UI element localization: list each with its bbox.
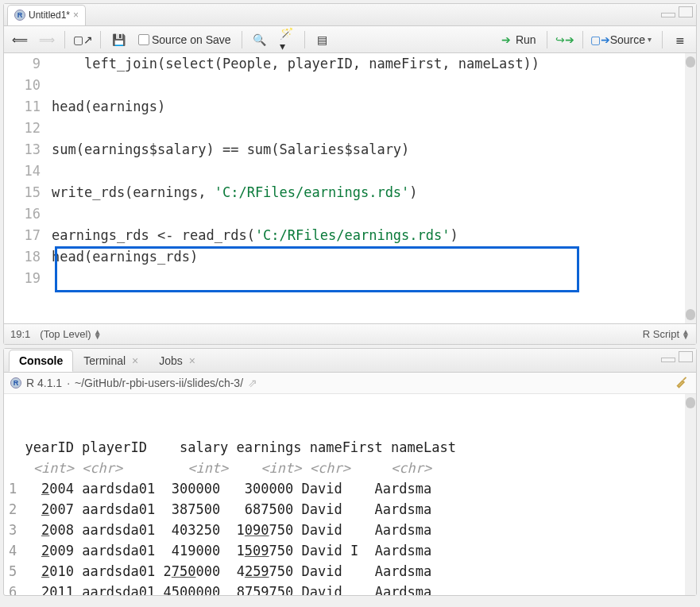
console-table-row: 5 2010 aardsda01 2750000 4259750 David A… bbox=[9, 561, 691, 582]
line-number: 9 bbox=[4, 53, 48, 75]
line-number: 14 bbox=[4, 160, 48, 182]
line-number: 15 bbox=[4, 182, 48, 203]
close-icon[interactable]: × bbox=[189, 354, 195, 367]
editor-tab-title: Untitled1* bbox=[29, 10, 70, 21]
forward-button[interactable]: ⟹ bbox=[36, 31, 58, 48]
updown-icon: ▲▼ bbox=[682, 330, 690, 339]
toolbar-separator bbox=[582, 31, 583, 48]
code-line[interactable] bbox=[48, 203, 696, 225]
line-number: 18 bbox=[4, 246, 48, 268]
maximize-pane-button[interactable] bbox=[679, 351, 693, 362]
toolbar-separator bbox=[100, 31, 101, 48]
console-output[interactable]: yearID playerID salary earnings nameFirs… bbox=[4, 394, 696, 595]
checkbox-icon bbox=[138, 34, 149, 45]
toolbar-separator bbox=[662, 31, 663, 48]
console-table-row: 6 2011 aardsda01 4500000 8759750 David A… bbox=[9, 582, 691, 595]
tab-jobs[interactable]: Jobs × bbox=[149, 350, 206, 372]
editor-vertical-scrollbar[interactable] bbox=[685, 53, 696, 323]
close-icon[interactable]: × bbox=[73, 10, 79, 21]
run-icon: ➔ bbox=[499, 33, 513, 47]
cursor-position: 19:1 bbox=[10, 328, 30, 340]
code-editor[interactable]: 9 left_join(select(People, playerID, nam… bbox=[4, 53, 696, 323]
code-line[interactable]: sum(earnings$salary) == sum(Salaries$sal… bbox=[48, 139, 696, 160]
console-table-row: 1 2004 aardsda01 300000 300000 David Aar… bbox=[9, 478, 691, 499]
maximize-pane-button[interactable] bbox=[679, 6, 693, 17]
code-line[interactable] bbox=[48, 268, 696, 289]
editor-statusbar: 19:1 (Top Level) ▲▼ R Script ▲▼ bbox=[4, 323, 696, 344]
editor-tabbar: R Untitled1* × bbox=[4, 4, 696, 26]
toolbar-separator bbox=[304, 31, 305, 48]
console-table-row: 2 2007 aardsda01 387500 687500 David Aar… bbox=[9, 499, 691, 520]
language-selector[interactable]: R Script ▲▼ bbox=[643, 328, 690, 340]
tab-terminal[interactable]: Terminal × bbox=[73, 350, 149, 372]
minimize-pane-button[interactable] bbox=[661, 13, 675, 17]
line-number: 12 bbox=[4, 118, 48, 139]
r-version-label: R 4.1.1 bbox=[26, 377, 62, 389]
tab-jobs-label: Jobs bbox=[159, 354, 183, 367]
r-logo-icon: R bbox=[10, 377, 21, 389]
source-icon: ▢➔ bbox=[594, 33, 608, 47]
code-line[interactable]: head(earnings_rds) bbox=[48, 246, 696, 268]
code-line[interactable]: left_join(select(People, playerID, nameF… bbox=[48, 53, 696, 75]
back-button[interactable]: ⟸ bbox=[9, 31, 31, 48]
editor-tab-untitled1[interactable]: R Untitled1* × bbox=[7, 5, 86, 25]
tab-terminal-label: Terminal bbox=[83, 354, 126, 367]
console-vertical-scrollbar[interactable] bbox=[685, 394, 696, 595]
editor-pane: R Untitled1* × ⟸ ⟹ ▢↗ 💾 Source on Save 🔍… bbox=[3, 3, 697, 345]
find-button[interactable]: 🔍 bbox=[249, 31, 271, 48]
line-number: 10 bbox=[4, 75, 48, 96]
open-folder-icon[interactable]: ⇗ bbox=[248, 377, 257, 389]
line-number: 19 bbox=[4, 268, 48, 289]
editor-toolbar: ⟸ ⟹ ▢↗ 💾 Source on Save 🔍 🪄▾ ▤ ➔ Run ↪➔ … bbox=[4, 26, 696, 53]
code-line[interactable] bbox=[48, 118, 696, 139]
run-button[interactable]: ➔ Run bbox=[495, 31, 540, 48]
console-tabbar: Console Terminal × Jobs × bbox=[4, 349, 696, 373]
toolbar-separator bbox=[242, 31, 242, 48]
run-label: Run bbox=[516, 33, 536, 46]
working-directory: ~/GitHub/r-pbi-users-ii/slides/ch-3/ bbox=[75, 377, 243, 389]
wand-button[interactable]: 🪄▾ bbox=[276, 31, 298, 48]
notebook-button[interactable]: ▤ bbox=[311, 31, 334, 48]
language-selector-label: R Script bbox=[643, 328, 679, 340]
r-file-icon: R bbox=[14, 10, 25, 21]
tab-console[interactable]: Console bbox=[9, 350, 73, 372]
console-table-row: 3 2008 aardsda01 403250 1090750 David Aa… bbox=[9, 520, 691, 540]
console-info-bar: R R 4.1.1 · ~/GitHub/r-pbi-users-ii/slid… bbox=[4, 373, 696, 394]
updown-icon: ▲▼ bbox=[94, 330, 102, 339]
line-number: 16 bbox=[4, 203, 48, 225]
toolbar-separator bbox=[64, 31, 65, 48]
toolbar-separator bbox=[547, 31, 547, 48]
rerun-button[interactable]: ↪➔ bbox=[554, 31, 576, 48]
pane-window-controls bbox=[661, 6, 693, 17]
show-in-new-window-button[interactable]: ▢↗ bbox=[72, 31, 94, 48]
code-line[interactable] bbox=[48, 160, 696, 182]
outline-button[interactable]: ≣ bbox=[669, 31, 691, 48]
clear-console-icon[interactable] bbox=[675, 376, 690, 390]
rerun-icon: ↪➔ bbox=[558, 33, 572, 47]
scope-selector[interactable]: (Top Level) ▲▼ bbox=[40, 328, 101, 340]
pane-window-controls bbox=[661, 351, 693, 362]
close-icon[interactable]: × bbox=[132, 354, 138, 367]
line-number: 13 bbox=[4, 139, 48, 160]
source-button[interactable]: ▢➔ Source ▾ bbox=[590, 31, 656, 48]
source-on-save-toggle[interactable]: Source on Save bbox=[134, 32, 235, 48]
line-number: 11 bbox=[4, 96, 48, 118]
source-on-save-label: Source on Save bbox=[152, 33, 231, 46]
source-label: Source bbox=[610, 33, 645, 46]
line-number: 17 bbox=[4, 225, 48, 246]
minimize-pane-button[interactable] bbox=[661, 358, 675, 362]
console-pane: Console Terminal × Jobs × R R 4.1.1 · ~/… bbox=[3, 348, 697, 596]
scope-selector-label: (Top Level) bbox=[40, 328, 91, 340]
save-button[interactable]: 💾 bbox=[107, 31, 130, 48]
code-line[interactable]: earnings_rds <- read_rds('C:/RFiles/earn… bbox=[48, 225, 696, 246]
code-line[interactable]: head(earnings) bbox=[48, 96, 696, 118]
console-table-row: 4 2009 aardsda01 419000 1509750 David I … bbox=[9, 540, 691, 561]
code-line[interactable]: write_rds(earnings, 'C:/RFiles/earnings.… bbox=[48, 182, 696, 203]
code-line[interactable] bbox=[48, 75, 696, 96]
